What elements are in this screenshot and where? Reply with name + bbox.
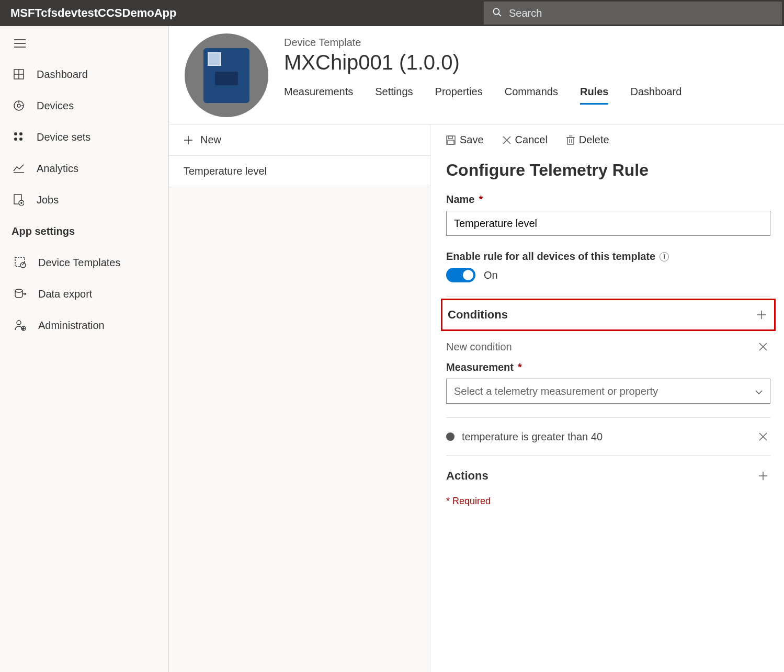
close-icon [503, 136, 511, 144]
save-button[interactable]: Save [446, 134, 484, 146]
sidebar-item-devices[interactable]: Devices [0, 90, 168, 121]
delete-label: Delete [579, 134, 609, 146]
dashboard-icon [12, 69, 26, 79]
enable-label: Enable rule for all devices of this temp… [446, 250, 770, 263]
jobs-icon [12, 194, 26, 206]
close-icon [759, 343, 767, 351]
sidebar-item-dashboard[interactable]: Dashboard [0, 59, 168, 90]
page-title: Configure Telemetry Rule [446, 161, 770, 180]
tab-properties[interactable]: Properties [435, 86, 483, 105]
sidebar-item-device-templates[interactable]: Device Templates [0, 247, 168, 278]
tabs: Measurements Settings Properties Command… [284, 86, 681, 105]
tab-dashboard[interactable]: Dashboard [630, 86, 681, 105]
name-input[interactable] [446, 211, 770, 236]
status-dot-icon [446, 432, 455, 441]
sidebar-item-label: Device sets [37, 131, 90, 143]
template-avatar [185, 33, 268, 117]
remove-condition-button[interactable] [756, 429, 770, 444]
svg-rect-27 [448, 136, 452, 139]
tab-rules[interactable]: Rules [580, 86, 608, 105]
add-action-button[interactable] [756, 469, 770, 483]
plus-icon [184, 135, 193, 145]
conditions-section-highlight: Conditions [441, 299, 776, 331]
close-icon [759, 432, 767, 441]
svg-point-20 [20, 263, 26, 268]
svg-rect-31 [567, 138, 574, 144]
search-input[interactable] [508, 7, 774, 20]
remove-new-condition-button[interactable] [756, 339, 770, 354]
sidebar-item-label: Data export [38, 288, 92, 300]
tab-measurements[interactable]: Measurements [284, 86, 353, 105]
svg-point-12 [14, 132, 17, 135]
analytics-icon [12, 164, 26, 173]
save-icon [446, 135, 456, 145]
sidebar-item-label: Jobs [37, 194, 59, 206]
sidebar-item-label: Device Templates [38, 257, 120, 269]
template-header: Device Template MXChip001 (1.0.0) Measur… [169, 26, 784, 124]
svg-point-9 [17, 104, 20, 107]
template-icon [13, 257, 28, 268]
rule-row[interactable]: Temperature level [169, 156, 430, 187]
svg-point-14 [14, 138, 17, 141]
plus-icon [756, 310, 767, 320]
sidebar-item-device-sets[interactable]: Device sets [0, 121, 168, 153]
delete-button[interactable]: Delete [566, 134, 609, 146]
app-title: MSFTcfsdevtestCCSDemoApp [0, 6, 187, 20]
search-box[interactable] [484, 2, 782, 25]
tab-settings[interactable]: Settings [375, 86, 413, 105]
svg-point-22 [17, 321, 21, 325]
name-label: Name* [446, 193, 770, 206]
measurement-placeholder: Select a telemetry measurement or proper… [454, 385, 658, 397]
sidebar-item-analytics[interactable]: Analytics [0, 153, 168, 184]
device-sets-icon [12, 132, 26, 142]
sidebar-item-jobs[interactable]: Jobs [0, 184, 168, 215]
new-rule-button[interactable]: New [169, 124, 430, 156]
add-condition-button[interactable] [754, 307, 769, 322]
sidebar-section-header: App settings [0, 215, 168, 247]
svg-line-1 [498, 14, 501, 16]
rule-details: Save Cancel Delete Configure Telemetry R… [430, 124, 784, 672]
svg-point-13 [19, 132, 22, 135]
info-icon[interactable]: i [660, 252, 669, 261]
sidebar-item-label: Analytics [37, 163, 78, 175]
sidebar-item-data-export[interactable]: Data export [0, 278, 168, 310]
required-note: * Required [446, 496, 770, 507]
actions-header: Actions [446, 469, 488, 483]
toggle-state: On [484, 269, 498, 281]
breadcrumb: Device Template [284, 37, 681, 49]
measurement-select[interactable]: Select a telemetry measurement or proper… [446, 379, 770, 404]
tab-commands[interactable]: Commands [505, 86, 558, 105]
trash-icon [566, 135, 575, 145]
svg-point-21 [15, 289, 22, 292]
chevron-down-icon [755, 385, 763, 397]
chip-icon [203, 48, 249, 103]
search-icon [492, 7, 508, 19]
rules-pane: New Temperature level [169, 124, 430, 672]
sidebar: Dashboard Devices Device sets Analytics … [0, 26, 169, 672]
plus-icon [758, 471, 768, 481]
svg-point-15 [19, 138, 22, 141]
hamburger-button[interactable] [5, 31, 34, 55]
rule-label: Temperature level [184, 165, 267, 177]
template-title: MXChip001 (1.0.0) [284, 51, 681, 74]
save-label: Save [460, 134, 484, 146]
top-bar: MSFTcfsdevtestCCSDemoApp [0, 0, 784, 26]
svg-point-0 [493, 8, 499, 14]
admin-icon [13, 320, 28, 331]
sidebar-item-label: Administration [38, 320, 105, 332]
existing-condition[interactable]: temperature is greater than 40 [462, 431, 603, 443]
measurement-label: Measurement* [446, 361, 770, 373]
cancel-label: Cancel [515, 134, 548, 146]
devices-icon [12, 100, 26, 111]
sidebar-item-administration[interactable]: Administration [0, 310, 168, 341]
conditions-header: Conditions [448, 308, 508, 322]
svg-rect-28 [448, 140, 454, 144]
export-icon [13, 289, 28, 299]
cancel-button[interactable]: Cancel [503, 134, 548, 146]
sidebar-item-label: Devices [37, 100, 74, 112]
enable-toggle[interactable] [446, 268, 475, 282]
sidebar-item-label: Dashboard [37, 69, 88, 81]
new-rule-label: New [200, 134, 221, 146]
new-condition-label: New condition [446, 341, 512, 353]
